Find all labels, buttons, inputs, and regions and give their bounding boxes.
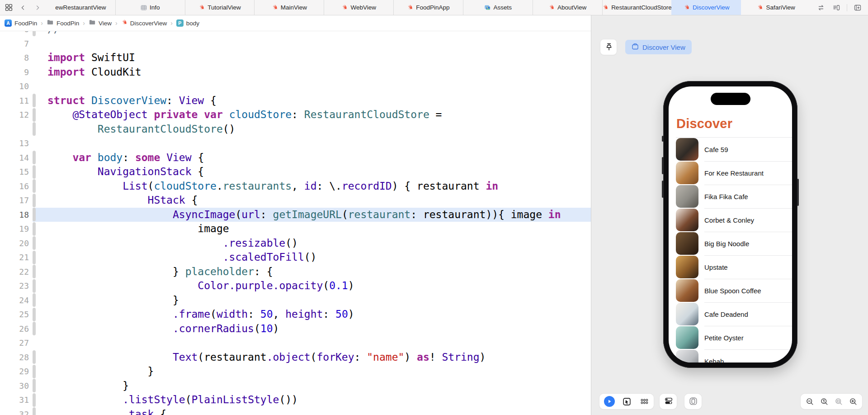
code-line-19: 19 image [0,222,591,236]
editor-options-icon[interactable] [831,3,841,13]
live-preview-icon[interactable] [604,396,615,407]
line-number[interactable]: 29 [0,367,29,376]
restaurant-row-Kebab[interactable]: Kebab [676,349,792,363]
restaurant-row-Blue Spoon Coffee[interactable]: Blue Spoon Coffee [676,279,792,302]
line-number[interactable]: 8 [0,53,29,62]
line-number[interactable]: 11 [0,96,29,105]
pin-preview-button[interactable] [600,39,617,55]
code-text: // [47,31,60,37]
tab-Info[interactable]: Info [115,0,185,15]
line-number[interactable]: 19 [0,224,29,234]
breadcrumb-item-FoodPin[interactable]: AFoodPin [5,19,37,27]
breadcrumb-separator: › [40,19,43,27]
canvas-toolbar [599,394,862,409]
line-number[interactable]: 17 [0,196,29,205]
restaurant-row-Upstate[interactable]: Upstate [676,255,792,279]
change-bar [33,31,36,36]
line-number[interactable]: 28 [0,353,29,362]
restaurant-row-Corbet & Conley[interactable]: Corbet & Conley [676,208,792,232]
line-number[interactable]: 24 [0,296,29,305]
line-number[interactable]: 18 [0,210,29,219]
code-text: RestaurantCloudStore() [47,122,235,137]
add-editor-icon[interactable] [853,3,863,13]
tab-Assets[interactable]: Assets [463,0,533,15]
tab-ewRestaurantView[interactable]: ewRestaurantView [46,0,115,15]
zoom-in-icon[interactable] [848,396,859,407]
zoom-out-icon[interactable] [804,396,815,407]
restaurant-row-Fika Fika Cafe[interactable]: Fika Fika Cafe [676,185,792,208]
line-number[interactable]: 7 [0,39,29,48]
change-bar [33,365,36,378]
selectable-mode-icon[interactable] [621,396,632,407]
device-settings-button[interactable] [660,394,677,409]
code-line-18: 18 AsyncImage(url: getImageURL(restauran… [0,208,591,222]
restaurant-row-Big Big Noodle[interactable]: Big Big Noodle [676,232,792,255]
line-number[interactable]: 14 [0,153,29,162]
tab-overview-icon[interactable] [4,3,14,13]
line-number[interactable]: 12 [0,110,29,119]
code-text: @StateObject private var cloudStore: Res… [47,108,442,122]
code-text: List(cloudStore.restaurants, id: \.recor… [47,179,498,194]
forward-icon[interactable] [33,3,42,13]
line-number[interactable]: 23 [0,281,29,291]
restaurant-row-Cafe 59[interactable]: Cafe 59 [676,138,792,161]
breadcrumb-item-View[interactable]: View [89,19,112,27]
code-editor[interactable]: 6//78import SwiftUI9import CloudKit1011s… [0,31,591,415]
breadcrumb-item-body[interactable]: Pbody [176,19,199,27]
zoom-100-icon[interactable] [819,396,830,407]
line-number[interactable]: 31 [0,395,29,405]
app-icon: A [5,19,12,27]
tab-MainView[interactable]: MainView [254,0,324,15]
line-number[interactable]: 13 [0,138,29,148]
line-number[interactable]: 15 [0,167,29,176]
code-text: AsyncImage(url: getImageURL(restaurant: … [47,208,561,222]
variants-icon[interactable] [638,396,649,407]
restaurant-row-For Kee Restaurant[interactable]: For Kee Restaurant [676,161,792,185]
line-number[interactable]: 9 [0,67,29,77]
line-number[interactable]: 21 [0,253,29,262]
restaurant-row-Petite Oyster[interactable]: Petite Oyster [676,326,792,349]
tab-WebView[interactable]: WebView [324,0,393,15]
line-number[interactable]: 6 [0,31,29,34]
line-number[interactable]: 20 [0,239,29,248]
pin-icon [604,43,613,52]
line-number[interactable]: 32 [0,410,29,415]
preview-canvas: Discover View Discover Cafe 59For Kee Re… [591,15,868,415]
tab-RestaurantCloudStore[interactable]: RestaurantCloudStore [602,0,672,15]
nav-title: Discover [676,116,792,131]
editor-tabs: ewRestaurantViewInfoTutorialViewMainView… [46,0,811,15]
line-number[interactable]: 26 [0,324,29,334]
device-bezel-button[interactable] [684,394,702,409]
change-bar [33,179,36,193]
tab-SafariView[interactable]: SafariView [741,0,811,15]
code-text: .scaledToFill() [47,250,316,265]
code-text: } [47,379,129,393]
line-number[interactable]: 27 [0,338,29,348]
line-number[interactable]: 30 [0,381,29,391]
line-number[interactable]: 10 [0,81,29,91]
restaurant-row-Cafe Deadend[interactable]: Cafe Deadend [676,302,792,326]
code-review-icon[interactable] [816,3,826,13]
line-number[interactable]: 16 [0,181,29,191]
preview-target-chip[interactable]: Discover View [625,40,692,54]
mute-switch [662,136,664,142]
breadcrumb-item-DiscoverView[interactable]: DiscoverView [121,19,167,27]
code-line-31: 31 .listStyle(PlainListStyle()) [0,393,591,407]
back-icon[interactable] [18,3,28,13]
tab-AboutView[interactable]: AboutView [533,0,602,15]
photos-icon [484,5,491,11]
change-bar [33,122,36,136]
code-line-14: 14 var body: some View { [0,151,591,165]
line-number[interactable]: 22 [0,267,29,277]
breadcrumb-item-FoodPin[interactable]: FoodPin [47,19,79,27]
volume-up-button [662,157,664,174]
xcode-window: ewRestaurantViewInfoTutorialViewMainView… [0,0,868,415]
zoom-fit-icon[interactable] [833,396,844,407]
tab-DiscoverView[interactable]: DiscoverView [671,0,741,15]
tab-TutorialView[interactable]: TutorialView [185,0,255,15]
change-bar [33,265,36,278]
change-bar [33,293,36,307]
tab-FoodPinApp[interactable]: FoodPinApp [393,0,463,15]
change-bar [33,393,36,407]
line-number[interactable]: 25 [0,310,29,319]
